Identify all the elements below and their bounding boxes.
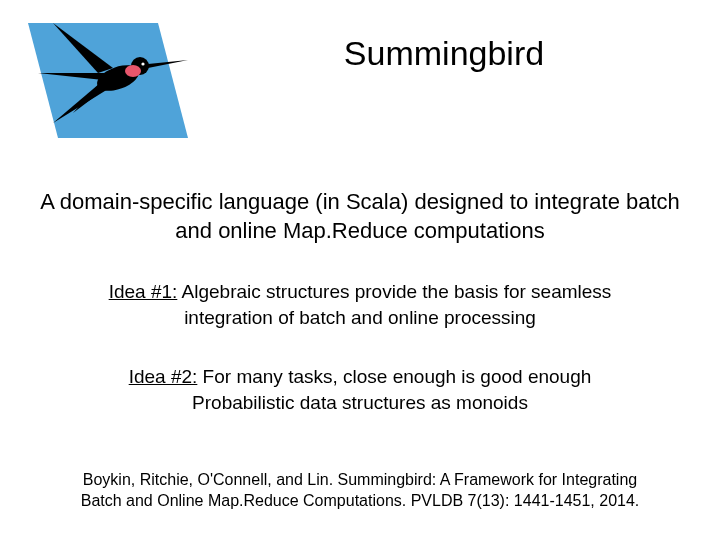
svg-point-4 [141,62,144,65]
idea-2-text-line1: For many tasks, close enough is good eno… [197,366,591,387]
svg-point-9 [125,65,141,77]
idea-1-text: Algebraic structures provide the basis f… [177,281,611,328]
citation: Boykin, Ritchie, O'Connell, and Lin. Sum… [70,470,650,512]
page-title: Summingbird [208,34,720,73]
idea-2-label: Idea #2: [129,366,198,387]
header-row: Summingbird [0,0,720,148]
idea-1: Idea #1: Algebraic structures provide th… [80,279,640,330]
idea-2-text-line2: Probabilistic data structures as monoids [192,392,528,413]
subtitle: A domain-specific language (in Scala) de… [40,188,680,245]
idea-2: Idea #2: For many tasks, close enough is… [80,364,640,415]
summingbird-logo [8,8,208,148]
idea-1-label: Idea #1: [109,281,178,302]
